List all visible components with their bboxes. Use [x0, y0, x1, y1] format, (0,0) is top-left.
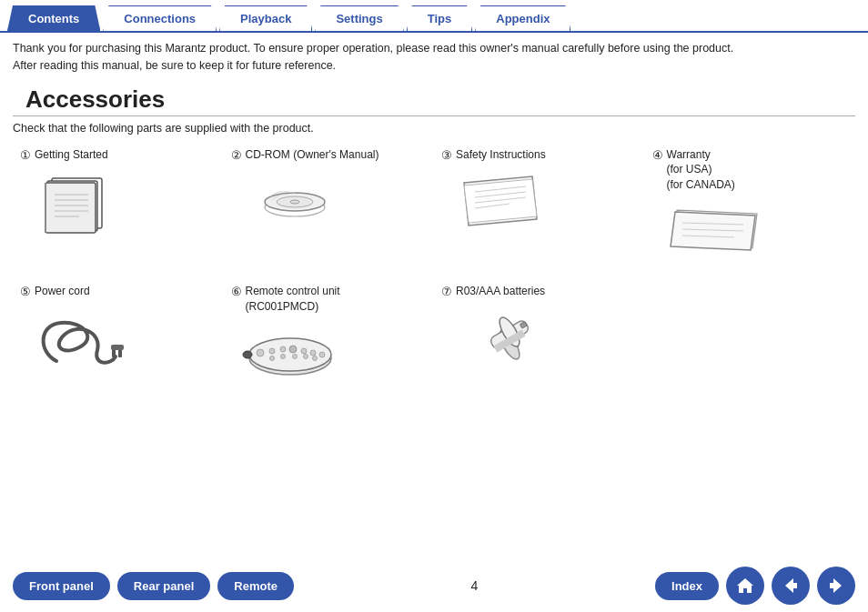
forward-arrow-icon [826, 576, 846, 596]
tab-settings[interactable]: Settings [315, 5, 403, 31]
back-arrow-icon [781, 576, 801, 596]
home-icon [735, 577, 755, 595]
accessories-grid-row1: ① Getting Started ② CD-ROM (Ow [0, 138, 868, 275]
home-button[interactable] [726, 567, 764, 605]
accessory-warranty: ④ Warranty (for USA) (for CANADA) [645, 142, 856, 275]
svg-marker-49 [830, 578, 842, 593]
front-panel-button[interactable]: Front panel [13, 572, 110, 600]
intro-text: Thank you for purchasing this Marantz pr… [0, 33, 868, 78]
svg-rect-26 [111, 345, 124, 350]
svg-point-30 [269, 348, 275, 354]
svg-point-37 [280, 354, 285, 358]
nav-tabs: Contents Connections Playback Settings T… [0, 5, 868, 33]
svg-point-35 [319, 352, 325, 357]
nav-icon-buttons [726, 567, 855, 605]
accessory-cdrom: ② CD-ROM (Owner's Manual) [224, 142, 435, 275]
rear-panel-button[interactable]: Rear panel [117, 572, 210, 600]
svg-point-32 [289, 346, 297, 353]
section-subtitle: Check that the following parts are suppl… [0, 116, 868, 138]
tab-contents[interactable]: Contents [7, 5, 100, 31]
svg-point-34 [310, 350, 316, 356]
svg-point-41 [243, 351, 252, 358]
accessory-empty [645, 278, 856, 396]
tab-connections[interactable]: Connections [103, 5, 217, 31]
tab-tips[interactable]: Tips [407, 5, 473, 31]
svg-marker-48 [785, 578, 797, 593]
svg-point-40 [312, 356, 317, 360]
svg-point-29 [257, 349, 264, 356]
svg-marker-47 [737, 578, 753, 593]
svg-point-12 [290, 200, 299, 204]
svg-point-33 [301, 348, 307, 354]
svg-point-39 [303, 354, 308, 358]
page-number: 4 [301, 578, 648, 593]
bottom-bar: Front panel Rear panel Remote 4 Index [0, 559, 868, 612]
section-title: Accessories [13, 78, 855, 116]
accessory-powercord: ⑤ Power cord [13, 278, 224, 396]
index-button[interactable]: Index [655, 572, 719, 600]
accessory-remote: ⑥ Remote control unit (RC001PMCD) [224, 278, 435, 396]
remote-button[interactable]: Remote [217, 572, 294, 600]
svg-point-31 [280, 346, 286, 352]
svg-marker-14 [464, 179, 537, 223]
accessory-safety: ③ Safety Instructions [434, 142, 645, 275]
back-button[interactable] [772, 567, 810, 605]
tab-playback[interactable]: Playback [219, 5, 312, 31]
svg-point-38 [292, 354, 297, 358]
svg-point-36 [269, 356, 274, 360]
accessory-getting-started: ① Getting Started [13, 142, 224, 275]
tab-appendix[interactable]: Appendix [475, 5, 570, 31]
accessory-batteries: ⑦ R03/AAA batteries [434, 278, 645, 396]
accessories-grid-row2: ⑤ Power cord ⑥ Remote control unit (RC00… [0, 275, 868, 396]
svg-rect-2 [45, 183, 96, 233]
forward-button[interactable] [817, 567, 855, 605]
